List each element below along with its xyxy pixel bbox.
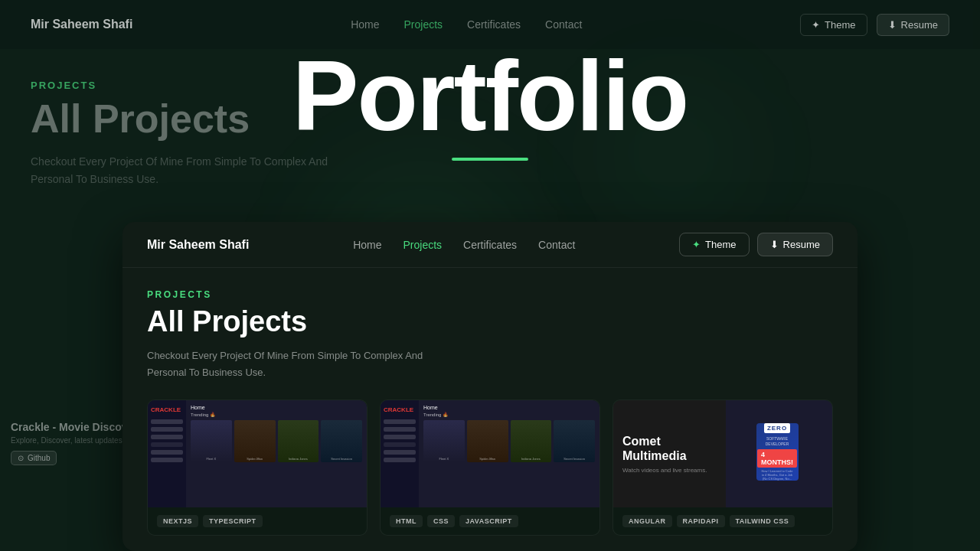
bg-hero-title: All Projects — [31, 97, 949, 141]
crackle-sidebar-2: CRACKLE — [381, 400, 419, 507]
inner-nav-projects[interactable]: Projects — [403, 239, 442, 251]
crackle-home-label-2: Home — [423, 405, 595, 410]
zero-section: ZERO SOFTWARE DEVELOPER 4 MONTHS! How I … — [726, 400, 832, 507]
inner-nav-actions: ✦ Theme ⬇ Resume — [679, 233, 833, 256]
project-screenshot-comet: Comet Multimedia Watch videos and live s… — [613, 400, 832, 507]
zero-book-desc: How I Learned to Code in 4 Months, Got a… — [761, 469, 794, 481]
crackle-sidebar2-item-6 — [384, 458, 416, 462]
crackle-trending-2: Trending 🔥 — [423, 412, 595, 417]
crackle-main-content-2: Home Trending 🔥 Fleet X Spider-Man — [419, 400, 599, 507]
bg-hero-desc: Checkout Every Project Of Mine From Simp… — [31, 153, 337, 187]
crackle-movie-4: Secret Invasion — [321, 420, 362, 462]
crackle-sidebar2-item-2 — [384, 427, 416, 432]
bg-theme-button[interactable]: ✦ Theme — [800, 14, 867, 36]
bg-left-project-title: Crackle - Movie Discover — [11, 421, 139, 433]
crackle-sidebar-item-5 — [151, 450, 183, 455]
inner-content: PROJECTS All Projects Checkout Every Pro… — [122, 268, 858, 551]
inner-nav-links: Home Projects Certificates Contact — [353, 239, 575, 251]
crackle-mockup-1: CRACKLE Home Trending 🔥 — [148, 400, 367, 507]
crackle-movies: Fleet X Spider-Man Indiana Jones Secret … — [191, 420, 362, 462]
crackle-brand-sidebar-2: CRACKLE — [384, 406, 416, 413]
project-card-crackle-2[interactable]: CRACKLE Home Trending 🔥 — [380, 399, 600, 536]
project-card-3-footer: ANGULAR RAPIDAPI TAILWIND CSS — [613, 507, 832, 535]
inner-nav: Mir Saheem Shafi Home Projects Certifica… — [122, 222, 858, 268]
inner-nav-contact[interactable]: Contact — [538, 239, 575, 251]
project-screenshot-crackle-1: CRACKLE Home Trending 🔥 — [148, 400, 367, 507]
project-tag-html: HTML — [390, 515, 423, 527]
crackle-movie-2-2: Spider-Man — [467, 420, 508, 462]
bg-nav-contact: Contact — [545, 18, 582, 31]
project-card-2-footer: HTML CSS JAVASCRIPT — [381, 507, 599, 535]
crackle-movie-2-1: Fleet X — [423, 420, 465, 462]
bg-left-project-info: Crackle - Movie Discover Explore, Discov… — [11, 421, 139, 465]
inner-nav-certificates[interactable]: Certificates — [463, 239, 517, 251]
comet-title: Comet Multimedia — [622, 434, 717, 463]
projects-grid: CRACKLE Home Trending 🔥 — [147, 399, 833, 536]
inner-desc: Checkout Every Project Of Mine From Simp… — [147, 347, 438, 381]
project-tag-typescript: TYPESCRIPT — [203, 515, 263, 527]
crackle-sidebar-item-6 — [151, 458, 183, 462]
github-icon: ⊙ — [18, 454, 24, 462]
bg-nav: Mir Saheem Shafi Home Projects Certifica… — [0, 0, 980, 49]
zero-book: ZERO SOFTWARE DEVELOPER 4 MONTHS! How I … — [756, 423, 799, 481]
project-card-1-footer: NEXTJS TYPESCRIPT — [148, 507, 367, 535]
bg-nav-links: Home Projects Certificates Contact — [351, 18, 582, 31]
crackle-sidebar: CRACKLE — [148, 400, 186, 507]
crackle-sidebar-item-3 — [151, 435, 183, 439]
crackle-movie-2-3: Indiana Jones — [511, 420, 552, 462]
comet-section: Comet Multimedia Watch videos and live s… — [613, 400, 726, 507]
zero-subtitle: SOFTWARE DEVELOPER — [761, 436, 794, 447]
inner-projects-label: PROJECTS — [147, 289, 833, 300]
main-card: Mir Saheem Shafi Home Projects Certifica… — [122, 222, 858, 551]
inner-theme-label: Theme — [705, 239, 736, 250]
bg-nav-projects: Projects — [403, 18, 443, 31]
bg-nav-certificates: Certificates — [467, 18, 521, 31]
sparkle-icon: ✦ — [812, 19, 820, 31]
crackle-sidebar2-item-5 — [384, 450, 416, 455]
bg-left-project-desc: Explore, Discover, latest updates, re... — [11, 436, 139, 445]
crackle-sidebar2-item-3 — [384, 435, 416, 439]
bg-resume-button[interactable]: ⬇ Resume — [877, 14, 949, 36]
bg-nav-home: Home — [351, 18, 379, 31]
bg-nav-brand: Mir Saheem Shafi — [31, 18, 132, 31]
bg-projects-label: PROJECTS — [31, 80, 949, 91]
zero-months: 4 MONTHS! — [757, 449, 797, 468]
inner-theme-button[interactable]: ✦ Theme — [679, 233, 749, 256]
crackle-sidebar-item-1 — [151, 419, 183, 424]
inner-sparkle-icon: ✦ — [692, 239, 701, 250]
crackle-sidebar2-item-1 — [384, 419, 416, 424]
zero-book-container: ZERO SOFTWARE DEVELOPER 4 MONTHS! How I … — [756, 423, 802, 484]
project-tag-angular: ANGULAR — [622, 515, 672, 527]
zero-label: ZERO — [764, 423, 790, 433]
bg-theme-label: Theme — [825, 19, 855, 31]
crackle-mockup-2: CRACKLE Home Trending 🔥 — [381, 400, 599, 507]
inner-title: All Projects — [147, 306, 833, 338]
inner-resume-label: Resume — [783, 239, 820, 250]
project-screenshot-crackle-2: CRACKLE Home Trending 🔥 — [381, 400, 599, 507]
bg-hero: PROJECTS All Projects Checkout Every Pro… — [0, 49, 980, 203]
crackle-sidebar2-item-4 — [384, 442, 416, 447]
bg-github-link[interactable]: ⊙ Github — [11, 451, 57, 465]
download-icon: ⬇ — [888, 19, 897, 31]
project-tag-tailwind: TAILWIND CSS — [730, 515, 795, 527]
project-card-crackle-1[interactable]: CRACKLE Home Trending 🔥 — [147, 399, 368, 536]
bg-nav-actions: ✦ Theme ⬇ Resume — [800, 14, 949, 36]
crackle-trending: Trending 🔥 — [191, 412, 362, 417]
crackle-home-label: Home — [191, 405, 362, 410]
project-3-tags: ANGULAR RAPIDAPI TAILWIND CSS — [622, 515, 823, 527]
project-card-comet[interactable]: Comet Multimedia Watch videos and live s… — [612, 399, 833, 536]
inner-download-icon: ⬇ — [770, 239, 779, 250]
project-tag-javascript: JAVASCRIPT — [459, 515, 518, 527]
crackle-brand-sidebar: CRACKLE — [151, 406, 183, 413]
inner-resume-button[interactable]: ⬇ Resume — [757, 233, 833, 256]
project-tag-rapidapi: RAPIDAPI — [677, 515, 725, 527]
inner-nav-brand: Mir Saheem Shafi — [147, 238, 249, 252]
comet-zero-split: Comet Multimedia Watch videos and live s… — [613, 400, 832, 507]
crackle-movie-3: Indiana Jones — [278, 420, 319, 462]
project-tag-nextjs: NEXTJS — [157, 515, 198, 527]
crackle-sidebar-item-4 — [151, 442, 183, 447]
crackle-movie-2: Spider-Man — [234, 420, 276, 462]
comet-subtitle: Watch videos and live streams. — [622, 467, 707, 474]
bg-resume-label: Resume — [901, 19, 938, 31]
inner-nav-home[interactable]: Home — [353, 239, 381, 251]
